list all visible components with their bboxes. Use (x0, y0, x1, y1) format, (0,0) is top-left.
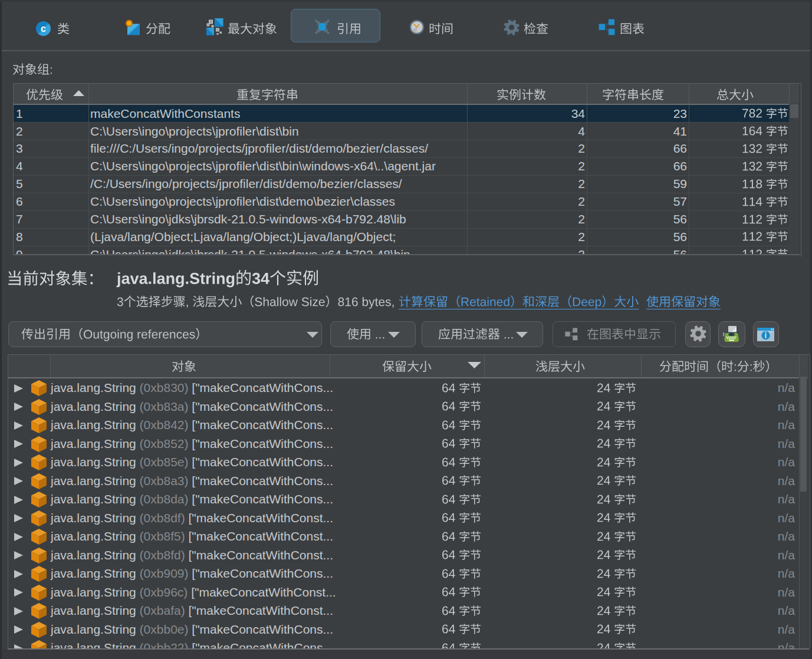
svg-text:c: c (41, 24, 46, 34)
